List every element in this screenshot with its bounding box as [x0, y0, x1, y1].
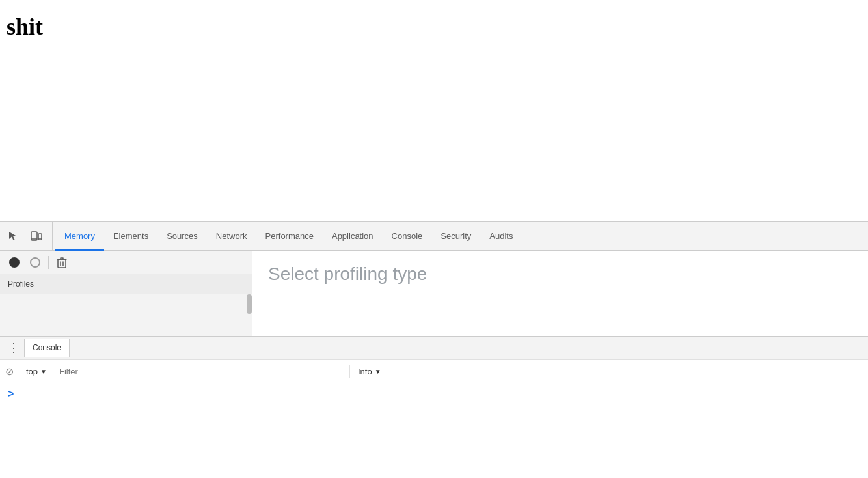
- record-button[interactable]: [5, 253, 23, 272]
- inspect-element-button[interactable]: [3, 226, 23, 247]
- tab-sources[interactable]: Sources: [157, 223, 207, 251]
- console-divider-3: [349, 365, 350, 378]
- console-context-selector[interactable]: top ▼: [22, 365, 51, 378]
- sidebar-scroll-area[interactable]: [0, 294, 252, 336]
- page-title: shit: [7, 14, 43, 40]
- console-bar: ⋮ Console: [0, 336, 868, 359]
- console-chevron: >: [8, 388, 14, 400]
- stop-button[interactable]: [26, 253, 44, 272]
- device-icon: [31, 231, 42, 242]
- tab-memory[interactable]: Memory: [55, 223, 104, 251]
- clear-console-button[interactable]: ⊘: [5, 365, 14, 378]
- context-dropdown-arrow: ▼: [40, 368, 47, 375]
- memory-toolbar: [0, 251, 252, 274]
- devtools-icon-group: [3, 222, 53, 250]
- console-filter-input[interactable]: [59, 367, 346, 376]
- tab-performance[interactable]: Performance: [256, 223, 323, 251]
- console-more-button[interactable]: ⋮: [5, 341, 21, 355]
- console-level-selector[interactable]: Info ▼: [354, 365, 385, 378]
- profiles-header: Profiles: [0, 274, 252, 294]
- record-icon: [9, 257, 20, 268]
- tab-network[interactable]: Network: [207, 223, 256, 251]
- sidebar-scrollbar[interactable]: [247, 294, 252, 314]
- console-divider-1: [18, 365, 18, 378]
- console-tab-label[interactable]: Console: [24, 339, 70, 357]
- tab-audits[interactable]: Audits: [480, 223, 522, 251]
- select-profiling-label: Select profiling type: [268, 264, 427, 285]
- tab-security[interactable]: Security: [431, 223, 480, 251]
- devtools-main-panel: Profiles Select profiling type: [0, 251, 868, 336]
- clear-button[interactable]: [53, 253, 71, 272]
- stop-icon: [30, 257, 40, 268]
- devtools-panel: Memory Elements Sources Network Performa…: [0, 221, 868, 478]
- console-input-bar: ⊘ top ▼ Info ▼: [0, 359, 868, 383]
- cursor-icon: [7, 231, 19, 242]
- console-prompt-area: >: [0, 383, 868, 479]
- tab-elements[interactable]: Elements: [104, 223, 157, 251]
- tab-console-tab[interactable]: Console: [383, 223, 432, 251]
- console-divider-2: [55, 365, 55, 378]
- memory-main-content: Select profiling type: [252, 251, 868, 336]
- level-dropdown-arrow: ▼: [375, 368, 381, 375]
- tab-application[interactable]: Application: [323, 223, 383, 251]
- svg-rect-4: [58, 259, 66, 268]
- device-toolbar-button[interactable]: [26, 226, 47, 247]
- trash-icon: [57, 257, 67, 268]
- devtools-tabs-bar: Memory Elements Sources Network Performa…: [0, 222, 868, 251]
- toolbar-divider: [48, 256, 49, 269]
- page-content: shit: [0, 0, 868, 221]
- memory-sidebar: Profiles: [0, 251, 252, 336]
